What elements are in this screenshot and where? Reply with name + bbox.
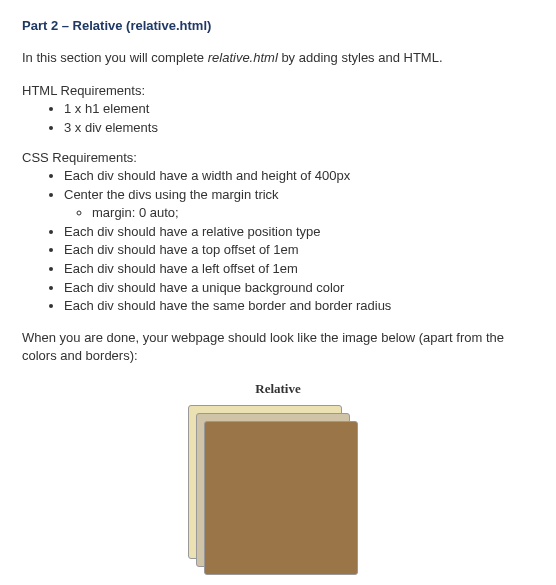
part-title: Part 2 – Relative (relative.html)	[22, 18, 534, 33]
part-name: Relative	[73, 18, 123, 33]
css-req-sublist: margin: 0 auto;	[64, 204, 534, 222]
list-item: 3 x div elements	[64, 119, 534, 137]
list-item: margin: 0 auto;	[92, 204, 534, 222]
intro-after: by adding styles and HTML.	[278, 50, 443, 65]
list-item: Each div should have the same border and…	[64, 297, 534, 315]
demo-box-3	[204, 421, 358, 575]
html-req-label: HTML Requirements:	[22, 83, 534, 98]
list-item: 1 x h1 element	[64, 100, 534, 118]
demo-preview: Relative	[22, 381, 534, 585]
intro-file: relative.html	[208, 50, 278, 65]
css-req-list: Each div should have a width and height …	[22, 167, 534, 314]
list-item-text: Center the divs using the margin trick	[64, 187, 279, 202]
demo-heading: Relative	[22, 381, 534, 397]
part-paren: (relative.html)	[122, 18, 211, 33]
list-item: Each div should have a relative position…	[64, 223, 534, 241]
html-req-list: 1 x h1 element 3 x div elements	[22, 100, 534, 136]
closing-text: When you are done, your webpage should l…	[22, 329, 534, 365]
intro-before: In this section you will complete	[22, 50, 208, 65]
list-item: Each div should have a width and height …	[64, 167, 534, 185]
demo-stack	[188, 405, 368, 585]
list-item: Each div should have a unique background…	[64, 279, 534, 297]
list-item: Each div should have a top offset of 1em	[64, 241, 534, 259]
css-req-label: CSS Requirements:	[22, 150, 534, 165]
list-item: Center the divs using the margin trick m…	[64, 186, 534, 222]
list-item: Each div should have a left offset of 1e…	[64, 260, 534, 278]
intro-text: In this section you will complete relati…	[22, 49, 534, 67]
part-prefix: Part 2 –	[22, 18, 73, 33]
